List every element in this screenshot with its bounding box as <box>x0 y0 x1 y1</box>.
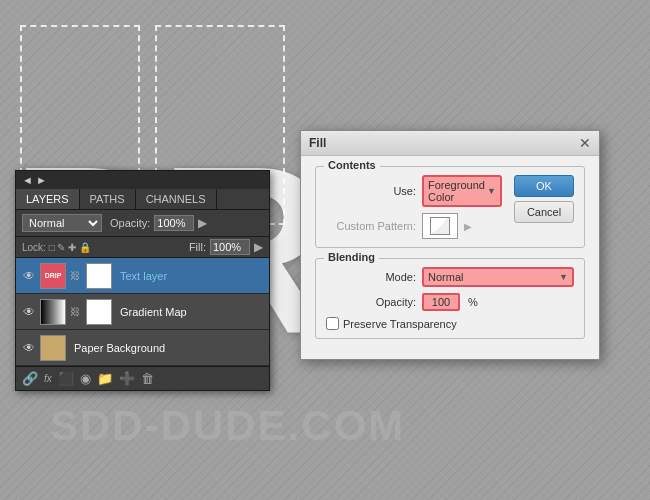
link-icon[interactable]: 🔗 <box>22 371 38 386</box>
layers-bottom-bar: 🔗 fx ⬛ ◉ 📁 ➕ 🗑 <box>16 366 269 390</box>
cancel-button[interactable]: Cancel <box>514 201 574 223</box>
custom-pattern-row: Custom Pattern: ▶ <box>326 213 502 239</box>
mode-dropdown-arrow: ▼ <box>559 272 568 282</box>
layer-thumb-gradient <box>40 299 66 325</box>
fill-dialog: Fill ✕ Contents Use: Foreground Color ▼ <box>300 130 600 360</box>
use-select[interactable]: Foreground Color ▼ <box>422 175 502 207</box>
mode-value: Normal <box>428 271 463 283</box>
blending-section-title: Blending <box>324 251 379 263</box>
preserve-transparency-label: Preserve Transparency <box>343 318 457 330</box>
layer-mask-gradient <box>86 299 112 325</box>
delete-icon[interactable]: 🗑 <box>141 371 154 386</box>
preserve-transparency-row: Preserve Transparency <box>326 317 574 330</box>
mask-icon[interactable]: ⬛ <box>58 371 74 386</box>
opacity-input[interactable] <box>154 215 194 231</box>
opacity-unit: % <box>468 296 478 308</box>
opacity-label: Opacity: <box>110 217 150 229</box>
chain-icon-text: ⛓ <box>70 270 80 281</box>
visibility-icon-gradient[interactable]: 👁 <box>22 305 36 319</box>
visibility-icon-paper[interactable]: 👁 <box>22 341 36 355</box>
dialog-title: Fill <box>309 136 326 150</box>
layer-row-text[interactable]: 👁 DRIP ⛓ Text layer <box>16 258 269 294</box>
blending-opacity-input[interactable] <box>422 293 460 311</box>
blending-opacity-label: Opacity: <box>326 296 416 308</box>
use-row: Use: Foreground Color ▼ <box>326 175 502 207</box>
layers-panel-titlebar: ◄ ► <box>16 171 269 189</box>
custom-pattern-preview <box>430 217 450 235</box>
mode-row: Mode: Normal ▼ <box>326 267 574 287</box>
layers-panel: ◄ ► LAYERS PATHS CHANNELS Normal Multipl… <box>15 170 270 391</box>
use-label: Use: <box>326 185 416 197</box>
layer-name-gradient: Gradient Map <box>120 306 187 318</box>
contents-inner: Use: Foreground Color ▼ Custom Pattern: … <box>326 175 574 239</box>
lock-fill-row: Lock: □ ✎ ✚ 🔒 Fill: ▶ <box>16 237 269 258</box>
layer-thumb-text: DRIP <box>40 263 66 289</box>
custom-pattern-box[interactable] <box>422 213 458 239</box>
layer-thumb-paper <box>40 335 66 361</box>
opacity-row: Opacity: % <box>326 293 574 311</box>
options-arrow[interactable]: ▶ <box>198 216 207 230</box>
layers-options-row: Normal Multiply Screen Opacity: ▶ <box>16 210 269 237</box>
fill-input[interactable] <box>210 239 250 255</box>
dialog-titlebar: Fill ✕ <box>301 131 599 156</box>
fill-label: Fill: <box>189 241 206 253</box>
use-value: Foreground Color <box>428 179 487 203</box>
chain-icon-gradient: ⛓ <box>70 306 80 317</box>
layer-name-text: Text layer <box>120 270 167 282</box>
use-dropdown-arrow: ▼ <box>487 186 496 196</box>
contents-fields: Use: Foreground Color ▼ Custom Pattern: … <box>326 175 502 239</box>
drip-label: DRIP <box>45 272 62 279</box>
fx-icon[interactable]: fx <box>44 373 52 384</box>
layer-mask-text <box>86 263 112 289</box>
tab-channels[interactable]: CHANNELS <box>136 189 217 209</box>
dialog-buttons: OK Cancel <box>514 175 574 223</box>
visibility-icon-text[interactable]: 👁 <box>22 269 36 283</box>
blend-mode-select[interactable]: Normal Multiply Screen <box>22 214 102 232</box>
adjustment-icon[interactable]: ◉ <box>80 371 91 386</box>
contents-section-title: Contents <box>324 159 380 171</box>
layer-name-paper: Paper Background <box>74 342 165 354</box>
tab-paths[interactable]: PATHS <box>80 189 136 209</box>
custom-pattern-label: Custom Pattern: <box>326 220 416 232</box>
ok-button[interactable]: OK <box>514 175 574 197</box>
layer-row-gradient[interactable]: 👁 ⛓ Gradient Map <box>16 294 269 330</box>
group-icon[interactable]: 📁 <box>97 371 113 386</box>
preserve-transparency-checkbox[interactable] <box>326 317 339 330</box>
custom-pattern-arrow[interactable]: ▶ <box>464 221 472 232</box>
mode-select[interactable]: Normal ▼ <box>422 267 574 287</box>
layers-panel-resize[interactable]: ◄ ► <box>22 174 47 186</box>
dialog-body: Contents Use: Foreground Color ▼ Custom … <box>301 156 599 359</box>
tab-layers[interactable]: LAYERS <box>16 189 80 209</box>
blending-section: Blending Mode: Normal ▼ Opacity: % Prese… <box>315 258 585 339</box>
new-layer-icon[interactable]: ➕ <box>119 371 135 386</box>
dialog-close-button[interactable]: ✕ <box>579 136 591 150</box>
layers-tabs: LAYERS PATHS CHANNELS <box>16 189 269 210</box>
mode-label: Mode: <box>326 271 416 283</box>
contents-section: Contents Use: Foreground Color ▼ Custom … <box>315 166 585 248</box>
layer-row-paper[interactable]: 👁 Paper Background <box>16 330 269 366</box>
lock-label: Lock: □ ✎ ✚ 🔒 <box>22 242 91 253</box>
fill-arrow[interactable]: ▶ <box>254 240 263 254</box>
